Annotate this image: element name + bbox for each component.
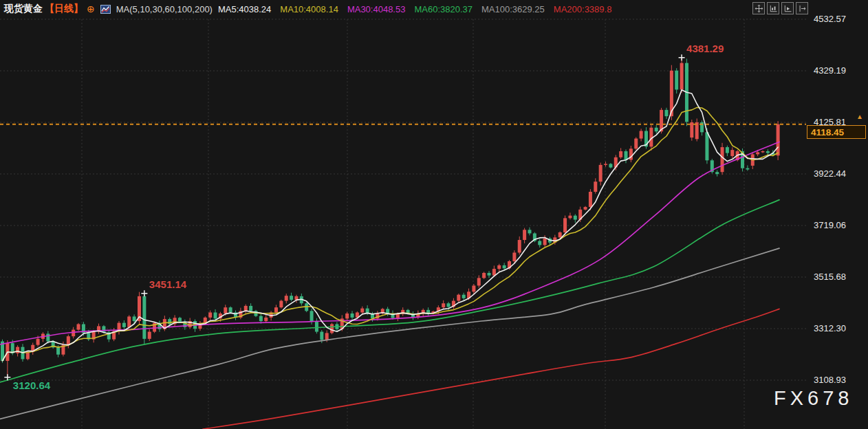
chart-header: 现货黄金 【日线】 ⊕ MA(5,10,30,60,100,200) MA5:4… <box>4 2 611 16</box>
current-price-box: 4118.45 <box>807 125 866 139</box>
current-price-value: 4118.45 <box>811 127 844 138</box>
scroll-right-icon[interactable] <box>796 2 808 14</box>
ma-legend-item: MA100:3629.25 <box>481 4 545 14</box>
watermark: FX678 <box>774 387 853 410</box>
mini-chart-icon[interactable] <box>100 5 111 14</box>
ma-legend-item: MA10:4008.14 <box>280 4 338 14</box>
ma-legend-item: MA30:4048.53 <box>347 4 406 14</box>
ma-legend-item: MA5:4038.24 <box>218 4 271 14</box>
chart-toolbar <box>752 2 808 14</box>
price-annotation: 3120.64 <box>13 380 50 391</box>
latest-price-arrow-icon[interactable]: ▲ <box>856 113 863 120</box>
ma-group-label: MA(5,10,30,60,100,200) <box>116 4 213 14</box>
circle-plus-icon[interactable]: ⊕ <box>87 4 95 14</box>
instrument-title: 现货黄金 <box>4 3 43 15</box>
period-label[interactable]: 【日线】 <box>45 3 83 15</box>
ma-legend: MA5:4038.24MA10:4008.14MA30:4048.53MA60:… <box>218 4 611 14</box>
chart-app: 现货黄金 【日线】 ⊕ MA(5,10,30,60,100,200) MA5:4… <box>0 0 868 429</box>
price-annotation: 4381.29 <box>686 43 724 54</box>
axis-bars-icon[interactable] <box>767 2 779 14</box>
price-annotation: 3451.14 <box>149 278 186 290</box>
ma-legend-item: MA200:3389.8 <box>554 4 612 14</box>
candlestick-chart[interactable] <box>0 0 868 429</box>
ma-legend-item: MA60:3820.37 <box>414 4 473 14</box>
axis-play-icon[interactable] <box>781 2 794 14</box>
pan-move-icon[interactable] <box>752 2 765 14</box>
